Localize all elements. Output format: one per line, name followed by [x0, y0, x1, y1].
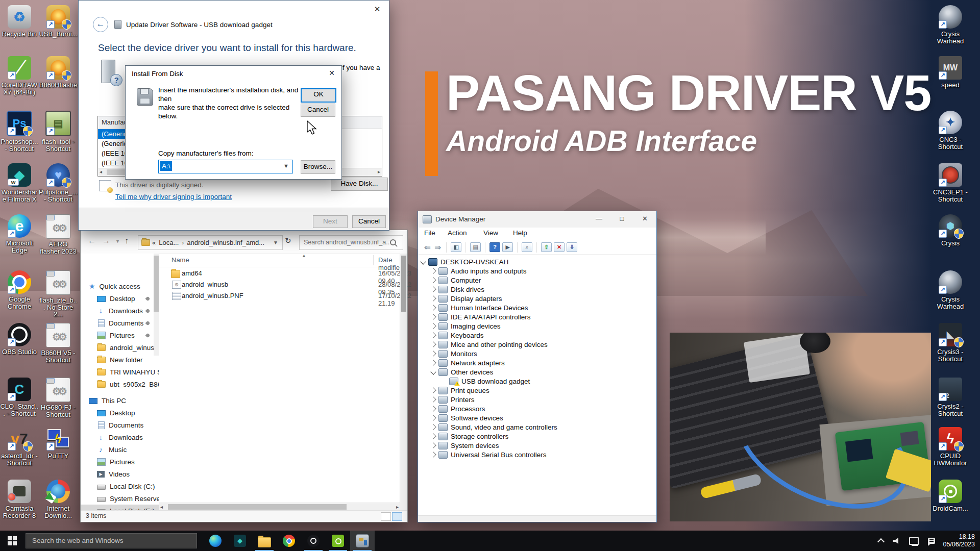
tree-item-network-adapters[interactable]: Network adapters: [431, 358, 505, 367]
menu-help[interactable]: Help: [513, 229, 527, 237]
sidebar-item-documents[interactable]: Documents: [81, 419, 159, 431]
tree-item-processors[interactable]: Processors: [431, 404, 485, 413]
scroll-left-icon[interactable]: ◂: [160, 504, 163, 510]
back-icon[interactable]: ⇐: [424, 243, 431, 252]
refresh-button[interactable]: ↻: [285, 236, 291, 245]
file-row-amd64[interactable]: amd6416/05/2023 09.40File folder: [159, 268, 400, 279]
file-list-vscrollbar-thumb[interactable]: [401, 256, 406, 312]
close-icon[interactable]: ✕: [322, 66, 341, 80]
desktop-icon-b860hflashe[interactable]: B860Hflashe: [39, 56, 78, 89]
taskbar-app-file-explorer[interactable]: [252, 531, 277, 551]
clock[interactable]: 18.18 05/06/2023: [943, 533, 975, 548]
taskbar-app-droidcam[interactable]: [326, 531, 350, 551]
scan-hardware-changes-icon[interactable]: ⇩: [567, 242, 577, 252]
cancel-button[interactable]: Cancel: [301, 104, 335, 117]
desktop-icon-asterctl-ldr-shortcut[interactable]: v7asterctl_ldr - Shortcut: [0, 427, 39, 466]
icons-view-button[interactable]: [392, 512, 402, 521]
sidebar-item-android-winusb[interactable]: android_winusb.: [81, 341, 159, 354]
desktop-icon-crysis3-shortcut[interactable]: ◣Crysis3 - Shortcut: [931, 323, 970, 362]
scroll-right-icon[interactable]: ▸: [396, 504, 399, 510]
desktop-icon-aero-flasher-2023[interactable]: ⚙⚙AERO flasher 2023: [39, 214, 78, 255]
combobox-chevron-icon[interactable]: ▼: [283, 160, 289, 172]
expand-icon[interactable]: [430, 286, 436, 292]
desktop-icon-crysis[interactable]: ⬢Crysis: [931, 214, 970, 247]
tree-item-ide-ata-atapi-controllers[interactable]: IDE ATA/ATAPI controllers: [431, 312, 531, 321]
drive-combobox[interactable]: A:\ ▼: [158, 160, 293, 173]
sidebar-item-music[interactable]: ♪Music: [81, 443, 159, 456]
expand-icon[interactable]: [430, 406, 436, 411]
sidebar-item-ubt-s905x2-b860[interactable]: ubt_s905x2_B860: [81, 378, 159, 390]
network-icon[interactable]: [909, 537, 919, 545]
desktop-icon-droidcam[interactable]: DroidCam...: [931, 480, 970, 512]
column-name[interactable]: Name: [172, 256, 189, 264]
sidebar-item-videos[interactable]: ▶Videos: [81, 468, 159, 480]
desktop-icon-usb-burni[interactable]: USB_Burni...: [39, 5, 78, 38]
sidebar-item-quick-access[interactable]: ★Quick access: [81, 280, 159, 292]
tree-item-sound-video-and-game-controllers[interactable]: Sound, video and game controllers: [431, 422, 557, 432]
expand-icon[interactable]: [430, 295, 436, 301]
expand-icon[interactable]: [430, 314, 436, 319]
next-button[interactable]: Next: [313, 215, 348, 228]
desktop-icon-microsoft-edge[interactable]: eMicrosoft Edge: [0, 214, 39, 254]
expand-icon[interactable]: [430, 332, 436, 338]
sidebar-item-system-reserved[interactable]: System Reserved: [81, 492, 159, 505]
address-dropdown-icon[interactable]: ▼: [273, 240, 278, 245]
desktop-icon-cpuid-hwmonitor[interactable]: ϟCPUID HWMonitor: [931, 427, 970, 466]
sidebar-item-new-folder[interactable]: New folder: [81, 354, 159, 366]
cancel-button[interactable]: Cancel: [352, 215, 386, 228]
desktop-icon-crysis2-shortcut[interactable]: C2Crysis2 - Shortcut: [931, 378, 970, 417]
tree-item-display-adapters[interactable]: Display adapters: [431, 294, 502, 303]
close-button[interactable]: ✕: [633, 211, 656, 227]
expand-icon[interactable]: [430, 415, 436, 420]
desktop-icon-clo-stand-shortcut[interactable]: CCLO_Stand... - Shortcut: [0, 378, 39, 417]
expand-icon[interactable]: [430, 442, 436, 448]
address-bar[interactable]: « Loca... › android_winusb.inf_amd... ▼: [138, 235, 283, 250]
tree-item-storage-controllers[interactable]: Storage controllers: [431, 432, 508, 441]
tree-item-other-devices[interactable]: Other devices: [431, 367, 493, 377]
desktop-icon-coreldraw-x7-64-bit[interactable]: ⟋CorelDRAW X7 (64-Bit): [0, 56, 39, 95]
expand-icon[interactable]: [430, 387, 436, 393]
expand-icon[interactable]: [430, 433, 436, 439]
expand-icon[interactable]: [430, 341, 436, 347]
file-list-hscrollbar[interactable]: ◂ ▸: [159, 503, 400, 511]
desktop-icon-crysis-warhead[interactable]: Crysis Warhead: [931, 270, 970, 310]
breadcrumb-collapsed[interactable]: «: [152, 239, 156, 246]
desktop-icon-crysis-warhead[interactable]: Crysis Warhead: [931, 5, 970, 44]
sidebar-item-desktop[interactable]: Desktop: [81, 407, 159, 419]
taskbar-app-device-manager[interactable]: [350, 531, 375, 551]
history-chevron-icon[interactable]: ▼: [115, 239, 120, 244]
sidebar-item-pictures[interactable]: Pictures: [81, 456, 159, 468]
taskbar-app-obs-studio[interactable]: [301, 531, 326, 551]
back-button[interactable]: ←: [93, 17, 108, 32]
tree-item-mice-and-other-pointing-devices[interactable]: Mice and other pointing devices: [431, 340, 548, 349]
scan-icon[interactable]: ⌕: [522, 242, 532, 252]
up-button[interactable]: ↑: [125, 236, 129, 245]
sidebar-item-downloads[interactable]: ↓Downloads: [81, 305, 159, 317]
driver-signing-link[interactable]: Tell me why driver signing is important: [115, 193, 232, 201]
expand-icon[interactable]: [430, 350, 436, 356]
title-bar[interactable]: Device Manager — □ ✕: [418, 211, 656, 228]
desktop-icon-recycle-bin[interactable]: ♻Recycle Bin: [0, 5, 39, 38]
desktop-icon-wondershare-filmora-x[interactable]: ◆Wondershare Filmora X: [0, 163, 39, 203]
menu-action[interactable]: Action: [448, 229, 467, 237]
collapse-icon[interactable]: [420, 259, 426, 264]
expand-icon[interactable]: [430, 452, 436, 457]
sidebar-scrollbar-thumb[interactable]: [154, 256, 159, 312]
help-icon[interactable]: ?: [489, 242, 500, 252]
taskbar-search-input[interactable]: Search the web and Windows: [26, 533, 197, 548]
collapse-icon[interactable]: [430, 369, 436, 374]
tree-item-printers[interactable]: Printers: [431, 395, 475, 404]
scroll-right-icon[interactable]: ▸: [378, 169, 380, 174]
tree-item-print-queues[interactable]: Print queues: [431, 386, 489, 395]
search-input[interactable]: Search android_winusb.inf_a...: [299, 235, 403, 250]
expand-icon[interactable]: [430, 323, 436, 329]
file-row-android-winusb[interactable]: ⚙android_winusb28/08/2012 09.35Setup Inf…: [159, 279, 400, 290]
tree-item-universal-serial-bus-controllers[interactable]: Universal Serial Bus controllers: [431, 450, 547, 459]
forward-button[interactable]: →: [102, 236, 110, 245]
volume-icon[interactable]: [893, 538, 900, 544]
tree-item-software-devices[interactable]: Software devices: [431, 413, 503, 422]
tree-item-audio-inputs-and-outputs[interactable]: Audio inputs and outputs: [431, 266, 527, 276]
taskbar-app-chrome[interactable]: [277, 531, 301, 551]
desktop-icon-photoshop-shortcut[interactable]: PsPhotoshop... - Shortcut: [0, 111, 39, 152]
expand-icon[interactable]: [430, 305, 436, 310]
